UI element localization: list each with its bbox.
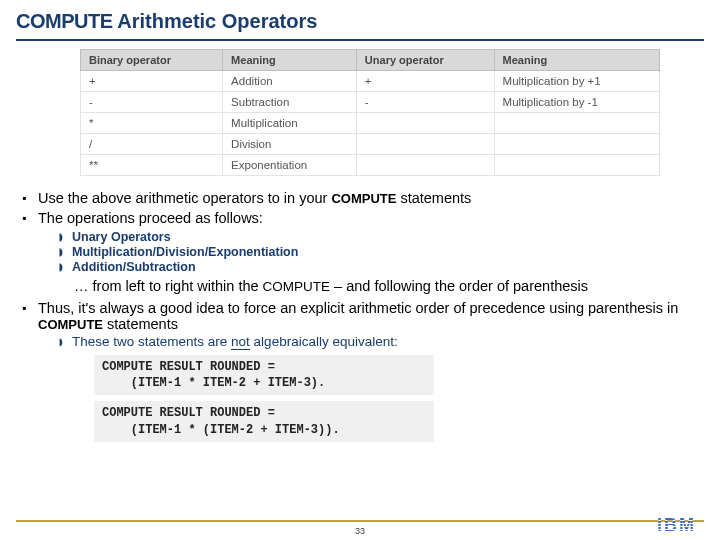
operators-table: Binary operator Meaning Unary operator M… <box>80 49 660 176</box>
page-number: 33 <box>0 526 720 536</box>
table-cell <box>356 113 494 134</box>
ibm-logo: IBM <box>657 515 696 536</box>
title-keyword: COMPUTE <box>16 10 113 32</box>
table-header-row: Binary operator Meaning Unary operator M… <box>81 50 660 71</box>
footer-rule <box>16 520 704 522</box>
table-cell: + <box>81 71 223 92</box>
col-unary-op: Unary operator <box>356 50 494 71</box>
title-rule <box>16 39 704 41</box>
table-cell: Division <box>223 134 357 155</box>
bullet-use-operators: Use the above arithmetic operators to in… <box>22 190 698 206</box>
table-cell <box>494 113 659 134</box>
table-row: +Addition+Multiplication by +1 <box>81 71 660 92</box>
table-cell: * <box>81 113 223 134</box>
table-cell: - <box>356 92 494 113</box>
table-cell <box>356 155 494 176</box>
bullet-operations-proceed: The operations proceed as follows: Unary… <box>22 210 698 294</box>
table-cell: Multiplication by -1 <box>494 92 659 113</box>
code-example-2: COMPUTE RESULT ROUNDED = (ITEM-1 * (ITEM… <box>94 401 434 441</box>
table-row: **Exponentiation <box>81 155 660 176</box>
table-cell <box>356 134 494 155</box>
table-cell: / <box>81 134 223 155</box>
precedence-item: Unary Operators <box>58 230 698 244</box>
precedence-item: Addition/Subtraction <box>58 260 698 274</box>
left-to-right-note: … from left to right within the COMPUTE … <box>74 278 698 294</box>
table-cell: Multiplication by +1 <box>494 71 659 92</box>
precedence-list: Unary OperatorsMultiplication/Division/E… <box>58 230 698 274</box>
table-cell <box>494 155 659 176</box>
code-example-1: COMPUTE RESULT ROUNDED = (ITEM-1 * ITEM-… <box>94 355 434 395</box>
main-bullet-list: Use the above arithmetic operators to in… <box>22 190 698 442</box>
table-cell: Addition <box>223 71 357 92</box>
precedence-item: Multiplication/Division/Exponentiation <box>58 245 698 259</box>
table-cell <box>494 134 659 155</box>
table-row: *Multiplication <box>81 113 660 134</box>
col-binary-op: Binary operator <box>81 50 223 71</box>
table-row: /Division <box>81 134 660 155</box>
equivalence-note: These two statements are not algebraical… <box>58 334 698 349</box>
equivalence-note-list: These two statements are not algebraical… <box>58 334 698 349</box>
slide-body: Use the above arithmetic operators to in… <box>0 182 720 442</box>
table-row: -Subtraction-Multiplication by -1 <box>81 92 660 113</box>
title-rest: Arithmetic Operators <box>113 10 318 32</box>
table-cell: Multiplication <box>223 113 357 134</box>
bullet-force-parenthesis: Thus, it's always a good idea to force a… <box>22 300 698 442</box>
table-cell: Exponentiation <box>223 155 357 176</box>
operators-table-wrap: Binary operator Meaning Unary operator M… <box>0 49 720 182</box>
table-cell: ** <box>81 155 223 176</box>
col-binary-meaning: Meaning <box>223 50 357 71</box>
table-cell: - <box>81 92 223 113</box>
table-cell: Subtraction <box>223 92 357 113</box>
table-cell: + <box>356 71 494 92</box>
slide-title: COMPUTE Arithmetic Operators <box>0 0 720 39</box>
col-unary-meaning: Meaning <box>494 50 659 71</box>
